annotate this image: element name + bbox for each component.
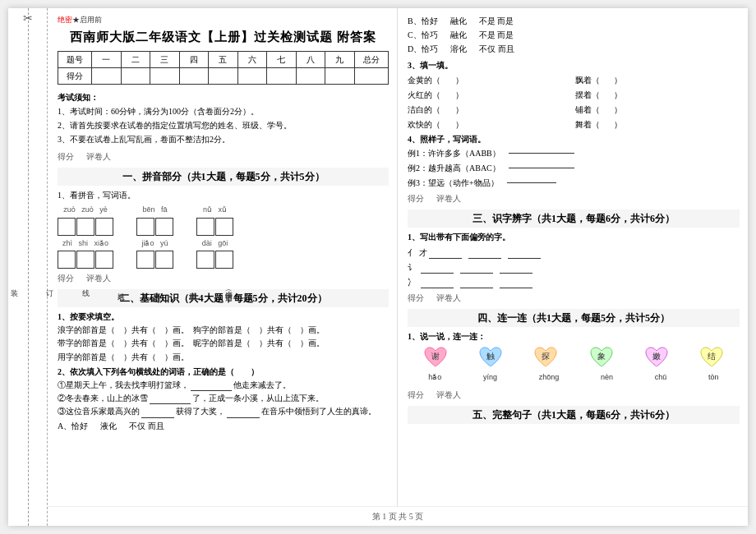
margin-label-ding: 订: [44, 283, 56, 284]
table-header-8: 八: [296, 52, 325, 68]
pinyin-row-2: zhì shi xiǎo jiǎo yú: [58, 238, 389, 269]
table-score-5: [209, 68, 238, 85]
heart-icon-5: 嫩: [644, 346, 669, 369]
table-score-1: [92, 68, 122, 85]
margin-label-xiangzhen: 乡镇（街道）: [223, 285, 234, 290]
margin-label-xuexiao: 学校: [187, 287, 199, 288]
table-score-7: [267, 68, 297, 85]
char-box: [76, 251, 94, 269]
char-box: [76, 218, 94, 236]
pinyin-group-3: nǔ xǔ: [196, 205, 233, 236]
pinyin-label-4: nèn: [601, 372, 613, 384]
write-pattern: 4、照样子，写词语。 例1：许许多多（AABB） 例2：越升越高（ABAC） 例…: [408, 133, 740, 189]
instructions-title: 考试须知：: [58, 91, 389, 104]
heart-icon-1: 谢: [423, 346, 448, 369]
example-2: 例2：越升越高（ABAC）: [408, 162, 740, 174]
score-row-4: 得分 评卷人: [408, 292, 740, 304]
heart-svg-6: 结: [699, 346, 724, 369]
score-row-3: 得分 评卷人: [408, 192, 740, 205]
section-title-recognize: 三、识字辨字（共1大题，每题6分，共计6分）: [408, 209, 740, 228]
char-boxes-3: [196, 218, 233, 236]
table-header-1: 一: [92, 52, 122, 68]
char-box: [95, 251, 113, 269]
char-boxes-4: [58, 251, 113, 269]
pinyin-label-1: hǎo: [428, 372, 441, 384]
char-box: [196, 218, 214, 236]
table-header-2: 二: [121, 52, 150, 68]
section-title-complete: 五、完整句子（共1大题，每题6分，共计6分）: [408, 406, 740, 424]
score-row-5: 得分 评卷人: [408, 389, 740, 401]
pinyin-group-2: bēn fā: [136, 205, 173, 236]
page-footer: 第 1 页 共 5 页: [48, 506, 748, 526]
margin-label-xingming: 姓名: [116, 287, 127, 288]
pinyin-group-6: dài gōi: [196, 238, 233, 269]
options: A、恰好 液化 不仅 而且: [58, 420, 389, 432]
pinyin-group-5: jiǎo yú: [136, 238, 173, 269]
char-box: [215, 251, 233, 269]
char-boxes-6: [196, 251, 233, 269]
instruction-1: 1、考试时间：60分钟，满分为100分（含卷面分2分）。: [58, 105, 389, 117]
pinyin-label-2: yíng: [483, 372, 497, 384]
table-header-total: 总分: [354, 52, 388, 68]
pinyin-label-3: zhōng: [539, 372, 560, 384]
pinyin-group-1: zuò zuò yè: [58, 205, 113, 236]
recognize-sub: 1、写出带有下面偏旁的字。 亻 才 讠: [408, 231, 740, 288]
char-boxes-5: [136, 251, 173, 269]
heart-svg-4: 象: [589, 346, 614, 369]
left-column: 绝密★启用前 西南师大版二年级语文【上册】过关检测试题 附答案 题号 一 二 三…: [48, 8, 398, 506]
example-3: 例3：望远（动作+物品）: [408, 177, 740, 189]
char-write-area: 亻 才 讠 冫: [408, 246, 740, 288]
page-number: 第 1 页 共 5 页: [372, 512, 424, 521]
doc-tag: 绝密★启用前: [58, 15, 389, 26]
write-row-1: 亻 才: [408, 246, 740, 259]
pinyin-section: zuò zuò yè bēn fā: [58, 205, 389, 269]
table-score-4: [179, 68, 209, 85]
margin-label-zhuang: 装: [8, 283, 20, 284]
fill-title: 3、填一填。: [408, 59, 740, 71]
instruction-3: 3、不要在试卷上乱写乱画，卷面不整洁扣2分。: [58, 133, 389, 145]
right-column: B、恰好 融化 不是 而是 C、恰巧 融化 不是 而是 D、恰巧 溶化 不仅 而…: [398, 8, 748, 506]
table-label-defen: 得分: [58, 68, 92, 85]
section-title-connect: 四、连一连（共1大题，每题5分，共计5分）: [408, 309, 740, 327]
table-score-total: [354, 68, 388, 85]
char-box: [196, 251, 214, 269]
page-container: ✂ 装 订 线 姓名 班级 学校 乡镇（街道） 绝密★启用前 西南师大版二年级语…: [8, 8, 748, 526]
left-margin: ✂ 装 订 线 姓名 班级 学校 乡镇（街道）: [8, 8, 48, 526]
table-header-tihao: 题号: [58, 52, 92, 68]
pinyin-group-4: zhì shi xiǎo: [58, 238, 113, 269]
write-row-3: 冫: [408, 276, 740, 288]
heart-svg-1: 谢: [423, 346, 448, 369]
table-score-9: [325, 68, 355, 85]
char-box: [58, 218, 76, 236]
pinyin-sub: 1、看拼音，写词语。: [58, 189, 389, 201]
options-bcd: B、恰好 融化 不是 而是 C、恰巧 融化 不是 而是 D、恰巧 溶化 不仅 而…: [408, 15, 740, 55]
heart-icon-2: 触: [478, 346, 503, 369]
margin-label-xian: 线: [80, 283, 91, 284]
table-header-3: 三: [150, 52, 180, 68]
example-1: 例1：许许多多（AABB）: [408, 147, 740, 159]
connect-icons: 谢 触 探: [408, 346, 740, 369]
write-row-2: 讠: [408, 261, 740, 274]
char-boxes-2: [136, 218, 173, 236]
svg-text:象: 象: [597, 352, 606, 361]
heart-icon-4: 象: [589, 346, 614, 369]
table-header-4: 四: [179, 52, 209, 68]
char-box: [215, 218, 233, 236]
heart-icon-6: 结: [699, 346, 724, 369]
table-header-6: 六: [237, 52, 267, 68]
svg-text:结: 结: [708, 352, 716, 361]
table-score-3: [150, 68, 180, 85]
svg-text:探: 探: [542, 352, 550, 361]
doc-title: 西南师大版二年级语文【上册】过关检测试题 附答案: [58, 28, 389, 47]
svg-text:触: 触: [486, 352, 495, 361]
table-score-8: [296, 68, 325, 85]
char-box: [95, 218, 113, 236]
svg-text:嫩: 嫩: [652, 352, 661, 361]
svg-text:谢: 谢: [431, 352, 440, 361]
section-title-basic: 二、基础知识（共4大题，每题5分，共计20分）: [58, 289, 389, 307]
char-box: [155, 251, 173, 269]
score-table: 题号 一 二 三 四 五 六 七 八 九 总分 得分: [58, 51, 389, 85]
pinyin-label-6: tòn: [708, 372, 719, 384]
char-boxes-1: [58, 218, 113, 236]
instructions: 考试须知： 1、考试时间：60分钟，满分为100分（含卷面分2分）。 2、请首先…: [58, 91, 389, 145]
